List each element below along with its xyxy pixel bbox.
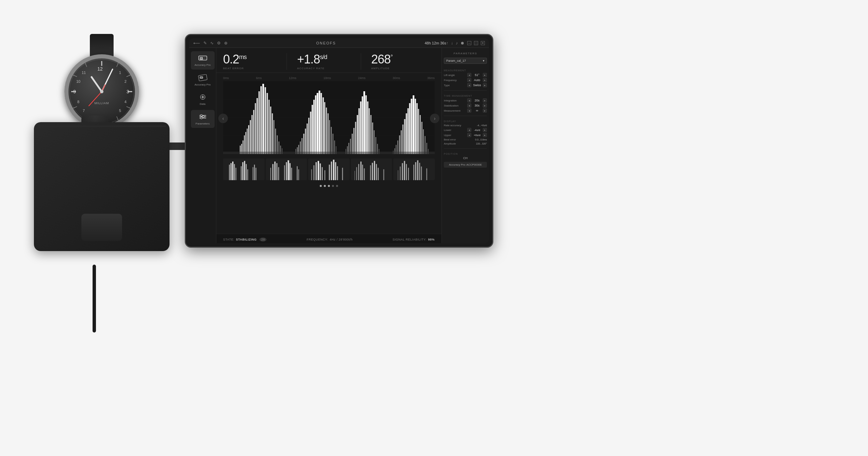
integration-increase[interactable]: ▸: [483, 98, 487, 102]
frequency-param-value: Auto: [472, 78, 482, 82]
measurement-param-row: Measurement ◂ ∞ ▸: [444, 109, 487, 113]
close-button[interactable]: ✕: [481, 41, 485, 45]
integration-row: Integration ◂ 20s ▸: [444, 98, 487, 102]
thumb-strip-4[interactable]: [351, 158, 392, 180]
audio-icon[interactable]: ♪: [456, 41, 458, 45]
upload-icon[interactable]: ↑: [446, 41, 448, 45]
maximize-button[interactable]: □: [474, 41, 478, 45]
svg-rect-192: [358, 164, 359, 180]
svg-rect-86: [307, 124, 308, 154]
beat-error-param-label: Beat error: [444, 138, 475, 141]
svg-rect-157: [246, 164, 247, 180]
upper-decrease[interactable]: ◂: [467, 133, 471, 137]
svg-text:8: 8: [77, 100, 79, 104]
thumb-strip-2[interactable]: [266, 158, 307, 180]
upper-row: Upper ◂ +6s/d ▸: [444, 133, 487, 137]
svg-rect-113: [360, 101, 361, 154]
svg-rect-154: [241, 166, 242, 180]
svg-rect-67: [262, 84, 264, 154]
thumb-strip-3[interactable]: [308, 158, 350, 180]
dot-5[interactable]: [336, 185, 338, 187]
settings2-icon[interactable]: ⊕: [224, 41, 228, 45]
svg-rect-212: [419, 163, 420, 180]
frequency-increase[interactable]: ▸: [483, 78, 487, 82]
x-label-2: 12ms: [289, 76, 296, 80]
chart-nav-right[interactable]: ›: [430, 114, 439, 123]
dot-2[interactable]: [324, 185, 326, 187]
svg-rect-170: [288, 160, 289, 180]
stabilization-increase[interactable]: ▸: [483, 103, 487, 108]
pencil-icon[interactable]: ✎: [203, 41, 207, 45]
svg-rect-140: [418, 109, 419, 154]
sidebar-item-data[interactable]: Data: [191, 90, 215, 109]
minimize-button[interactable]: ─: [467, 41, 471, 45]
record-icon[interactable]: ⏺: [460, 41, 465, 45]
svg-rect-210: [415, 162, 416, 180]
svg-rect-132: [404, 119, 406, 154]
back-icon[interactable]: ⟵: [193, 40, 200, 46]
lift-angle-decrease[interactable]: ◂: [467, 73, 471, 77]
stabilization-decrease[interactable]: ◂: [467, 103, 471, 108]
sidebar-item-parameters[interactable]: Parameters: [191, 110, 215, 128]
lift-angle-row: Lift angle ◂ 51° ▸: [444, 73, 487, 77]
sidebar-label-parameters: Parameters: [196, 122, 210, 126]
frequency-decrease[interactable]: ◂: [467, 78, 471, 82]
type-decrease[interactable]: ◂: [467, 83, 471, 87]
metric-amplitude: 268° AMPLITUDE: [361, 53, 435, 70]
svg-rect-96: [324, 102, 325, 154]
svg-rect-32: [200, 57, 203, 59]
x-label-4: 24ms: [358, 76, 366, 80]
svg-rect-65: [258, 91, 260, 154]
lower-increase[interactable]: ▸: [483, 128, 487, 132]
app-main: 0.2ms BEAT ERROR +1.8s/d ACCURACY RATE: [216, 48, 441, 243]
svg-rect-100: [331, 127, 332, 154]
graph-icon[interactable]: ∿: [210, 41, 214, 45]
upper-increase[interactable]: ▸: [483, 133, 487, 137]
svg-rect-197: [372, 163, 373, 180]
lower-decrease[interactable]: ◂: [467, 128, 471, 132]
integration-control: ◂ 20s ▸: [467, 98, 487, 102]
thumbnail-strips: [223, 156, 435, 183]
svg-rect-185: [333, 160, 334, 180]
chart-nav-left[interactable]: ‹: [218, 114, 228, 123]
svg-rect-69: [267, 93, 268, 154]
type-label: Type: [444, 84, 467, 87]
measurement-increase[interactable]: ▸: [483, 109, 487, 113]
svg-rect-191: [356, 167, 357, 180]
dot-4[interactable]: [332, 185, 334, 187]
measurement-decrease[interactable]: ◂: [467, 109, 471, 113]
svg-rect-177: [314, 165, 315, 180]
svg-rect-72: [272, 113, 273, 154]
svg-rect-93: [319, 91, 320, 154]
param-preset-dropdown[interactable]: Param_cal_17 ▾: [444, 58, 487, 64]
download-icon[interactable]: ↓: [451, 41, 453, 45]
svg-rect-205: [402, 163, 403, 180]
svg-rect-161: [256, 168, 257, 180]
dot-1[interactable]: [320, 185, 322, 187]
thumb-strip-5[interactable]: [393, 158, 435, 180]
svg-line-25: [92, 77, 102, 92]
sidebar-label-accuracy-pro-1: Accuracy Pro: [195, 63, 211, 67]
svg-rect-214: [427, 168, 428, 180]
integration-decrease[interactable]: ◂: [467, 98, 471, 102]
beat-error-label: BEAT ERROR: [223, 67, 287, 70]
svg-text:MILLIAM: MILLIAM: [94, 101, 109, 105]
type-increase[interactable]: ▸: [483, 83, 487, 87]
svg-rect-204: [400, 167, 401, 180]
svg-rect-155: [242, 162, 243, 180]
frequency-label: FREQUENCY:: [307, 238, 328, 241]
svg-rect-111: [357, 115, 358, 154]
dot-3[interactable]: [328, 185, 330, 187]
lift-angle-increase[interactable]: ▸: [483, 73, 487, 77]
amplitude-param-label: Amplitude: [444, 142, 476, 145]
state-display: STATE: STABILIZING 28: [223, 236, 267, 242]
lift-angle-control: ◂ 51° ▸: [467, 73, 487, 77]
amplitude-param-row: Amplitude 220...320°: [444, 142, 487, 145]
measurement-value: ∞: [472, 109, 482, 112]
sidebar-item-accuracy-pro-2[interactable]: Accuracy Pro: [191, 71, 215, 89]
accuracy-rate-value: +1.8s/d: [297, 53, 360, 65]
thumb-strip-1[interactable]: [223, 158, 264, 180]
settings-icon[interactable]: ⚙: [217, 41, 221, 45]
sidebar-item-accuracy-pro-1[interactable]: Accuracy Pro: [191, 51, 215, 70]
svg-rect-174: [298, 169, 299, 180]
